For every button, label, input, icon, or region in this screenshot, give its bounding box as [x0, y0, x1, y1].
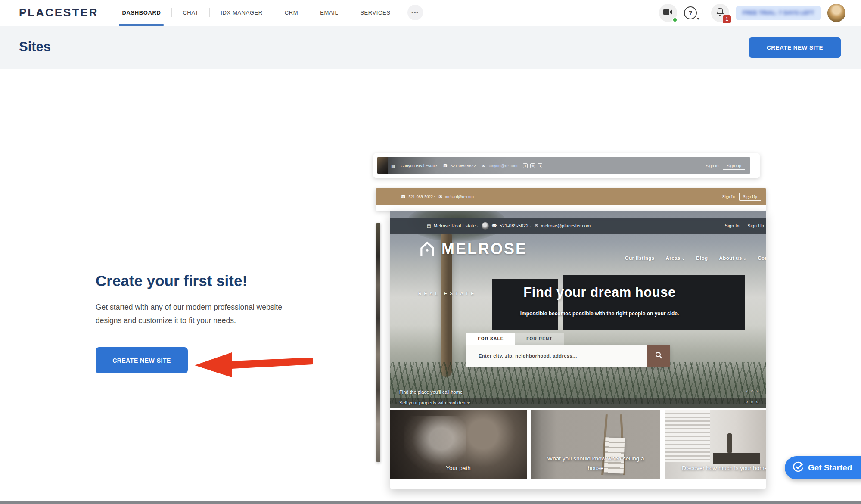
- nav-chat[interactable]: CHAT: [172, 0, 209, 25]
- nav-right-actions: ? 1 FREE TRIAL: 7 DAYS LEFT: [659, 0, 845, 25]
- email-icon: ✉: [535, 224, 538, 228]
- dot-icon: ○: [751, 389, 756, 394]
- tab-for-sale: FOR SALE: [466, 333, 515, 345]
- nav-email[interactable]: EMAIL: [309, 0, 349, 25]
- melrose-hero-subtitle: Impossible becomes possible with the rig…: [441, 311, 758, 317]
- canyon-sign-in: Sign In: [706, 163, 719, 168]
- twitter-icon: t: [538, 163, 542, 168]
- nav-dashboard[interactable]: DASHBOARD: [111, 0, 171, 25]
- melrose-hero-image: ▤ Melrose Real Estate ☎ 521-089-5622 ✉ m…: [390, 211, 766, 408]
- melrose-name: Melrose Real Estate: [434, 224, 479, 228]
- next-icon: ›: [756, 399, 760, 404]
- prev-icon: ‹: [746, 399, 751, 404]
- orchard-sign-up: Sign Up: [739, 193, 761, 201]
- trial-badge[interactable]: FREE TRIAL: 7 DAYS LEFT: [736, 6, 821, 20]
- canyon-phone: 521-089-5622: [451, 163, 479, 168]
- melrose-nav-areas: Areas: [666, 255, 685, 261]
- intro-description: Get started with any of our modern profe…: [96, 301, 287, 327]
- melrose-sign-in: Sign In: [725, 224, 740, 228]
- next-icon: ›: [756, 389, 760, 394]
- melrose-nav-contact: Contact: [758, 255, 766, 261]
- canyon-thumb-image: [377, 157, 388, 174]
- user-avatar[interactable]: [827, 4, 845, 22]
- carousel-controls: ‹○›: [746, 399, 760, 404]
- video-camera-button[interactable]: [659, 4, 677, 22]
- vase-shape: [727, 433, 732, 453]
- melrose-search: FOR SALE FOR RENT Enter city, zip, neigh…: [466, 333, 670, 367]
- window-bottom-edge: [0, 501, 861, 504]
- carousel-controls: ‹○›: [746, 389, 760, 394]
- melrose-phone: 521-089-5622: [500, 224, 532, 228]
- melrose-nav-about: About us: [719, 255, 747, 261]
- window-blinds-shape: [665, 410, 710, 462]
- email-icon: ✉: [438, 194, 442, 199]
- orchard-sign-in: Sign In: [722, 194, 735, 199]
- melrose-nav-blog: Blog: [696, 255, 708, 261]
- melrose-card-selling: What you should know when selling a hous…: [531, 410, 660, 479]
- melrose-card-home-worth: Discover how much is your home worth: [665, 410, 766, 479]
- melrose-topbar: ▤ Melrose Real Estate ☎ 521-089-5622 ✉ m…: [390, 218, 766, 234]
- template-preview-melrose: ▤ Melrose Real Estate ☎ 521-089-5622 ✉ m…: [390, 211, 766, 489]
- page-header: Sites CREATE NEW SITE: [0, 26, 861, 69]
- card-caption: Discover how much is your home worth: [668, 464, 766, 473]
- template-preview-orchard: ☎ 521-089-5622 ✉ orchard@re.com Sign In …: [376, 188, 766, 211]
- nav-crm[interactable]: CRM: [274, 0, 309, 25]
- canyon-name: Canyon Real Estate: [401, 163, 440, 168]
- table-shape: [713, 453, 760, 464]
- question-icon: ?: [688, 9, 692, 16]
- get-started-button[interactable]: Get Started: [785, 456, 861, 479]
- canyon-email: canyon@re.com: [488, 163, 520, 168]
- card-caption: Your path: [393, 464, 523, 473]
- more-menu-button[interactable]: •••: [407, 5, 423, 20]
- canyon-topbar: ▤ Canyon Real Estate ☎ 521-089-5622 ✉ ca…: [377, 157, 750, 174]
- melrose-email: melrose@placester.com: [541, 224, 591, 228]
- orchard-phone: 521-089-5622: [408, 194, 436, 199]
- ellipsis-icon: •••: [411, 9, 419, 16]
- help-button[interactable]: ?: [684, 6, 697, 19]
- nav-divider: [704, 7, 704, 19]
- template-preview-canyon: ▤ Canyon Real Estate ☎ 521-089-5622 ✉ ca…: [373, 153, 760, 178]
- nav-idx-manager[interactable]: IDX MANAGER: [210, 0, 274, 25]
- search-input: Enter city, zip, neighborhood, address..…: [466, 353, 647, 358]
- prev-icon: ‹: [746, 389, 751, 394]
- check-circle-icon: [793, 461, 804, 474]
- create-new-site-button-top[interactable]: CREATE NEW SITE: [749, 37, 841, 58]
- melrose-logo: MELROSE REAL ESTATE: [418, 240, 527, 260]
- orchard-email: orchard@re.com: [445, 194, 474, 199]
- melrose-nav-listings: Our listings: [625, 255, 655, 261]
- template-preview-edge: [376, 223, 380, 462]
- melrose-hero-title: Find your dream house: [441, 285, 758, 300]
- video-camera-icon: [663, 9, 673, 17]
- notification-badge: 1: [723, 15, 731, 23]
- house-icon: [418, 240, 436, 260]
- canyon-sign-up: Sign Up: [723, 162, 745, 170]
- create-new-site-button-main[interactable]: CREATE NEW SITE: [96, 347, 188, 373]
- notifications-button[interactable]: 1: [711, 4, 729, 22]
- instagram-icon: ◎: [530, 163, 535, 168]
- nav-services[interactable]: SERVICES: [349, 0, 401, 25]
- melrose-card-your-path: Your path: [390, 410, 527, 479]
- building-window: [563, 275, 745, 330]
- building-icon: ▤: [391, 163, 398, 168]
- top-nav: PLACESTER DASHBOARD CHAT IDX MANAGER CRM…: [0, 0, 861, 25]
- email-icon: ✉: [482, 163, 485, 168]
- red-arrow-annotation: [189, 348, 314, 380]
- hero-strip-line1: Find the place you'll call home: [399, 389, 463, 395]
- placester-logo[interactable]: PLACESTER: [19, 6, 98, 19]
- melrose-brand: MELROSE: [441, 240, 527, 258]
- phone-icon: ☎: [401, 194, 406, 199]
- melrose-nav: Our listings Areas Blog About us Contact: [625, 255, 766, 261]
- magnifier-icon: [655, 352, 662, 361]
- melrose-sign-up: Sign Up: [744, 222, 766, 230]
- phone-icon: ☎: [443, 163, 448, 168]
- orchard-topbar: ☎ 521-089-5622 ✉ orchard@re.com Sign In …: [376, 188, 766, 205]
- card-caption: What you should know when selling a hous…: [540, 454, 652, 473]
- page-title: Sites: [19, 39, 51, 55]
- building-icon: ▤: [427, 224, 431, 228]
- phone-icon: ☎: [491, 224, 497, 228]
- tab-for-rent: FOR RENT: [515, 333, 564, 345]
- agent-avatar: [482, 222, 489, 230]
- hero-strip-line2: Sell your property with confidence: [399, 400, 470, 405]
- dot-icon: ○: [751, 399, 756, 404]
- facebook-icon: f: [523, 163, 528, 168]
